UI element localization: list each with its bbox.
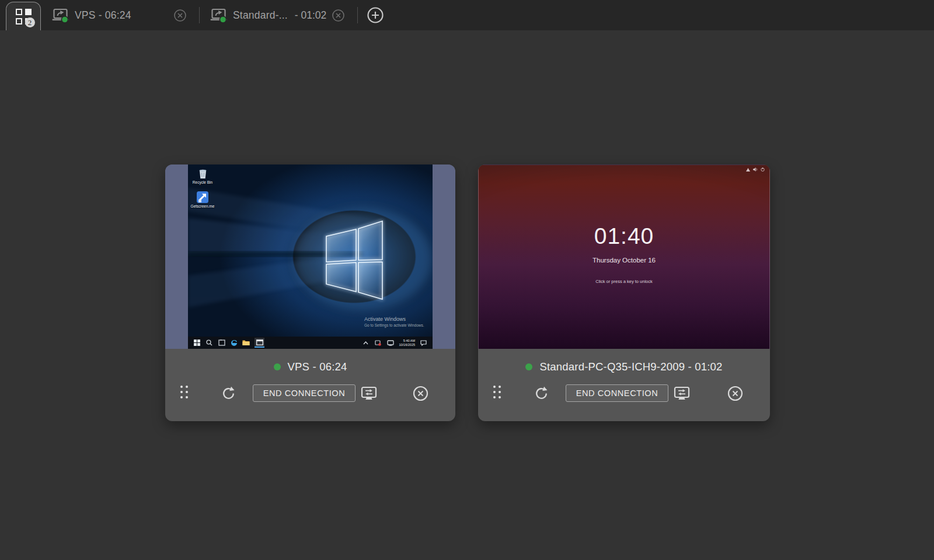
search-icon [205, 339, 213, 346]
remote-screen-icon [210, 8, 228, 23]
tray-network-icon [386, 339, 394, 346]
linux-lock-screen-thumbnail[interactable]: 01:40 Thursday October 16 Click or press… [478, 164, 770, 349]
close-tab-icon[interactable] [172, 8, 188, 23]
tab-session-duration: - 01:02 [295, 9, 326, 22]
grid-square [16, 9, 22, 15]
tab-bar: 2 VPS - 06:24 [0, 0, 934, 30]
lockscreen-clock: 01:40 [594, 223, 654, 249]
tab-label: Standard-... [233, 9, 288, 22]
thumbnail-backdrop: Recycle Bin Getscreen.me Activate Window… [165, 164, 455, 349]
start-icon [193, 339, 201, 346]
power-icon [761, 167, 765, 172]
session-title: Standard-PC-Q35-ICH9-2009 - 01:02 [539, 360, 722, 373]
drag-handle[interactable] [493, 386, 501, 398]
new-connection-button[interactable] [367, 6, 384, 24]
active-app-icon [255, 338, 264, 348]
end-connection-button[interactable]: END CONNECTION [566, 384, 668, 402]
grid-square [16, 18, 22, 24]
grid-overview-icon: 2 [16, 9, 32, 24]
refresh-icon [221, 386, 236, 401]
tab-session-vps[interactable]: VPS - 06:24 [47, 0, 194, 30]
app-window: 2 VPS - 06:24 [0, 0, 934, 30]
close-session-button[interactable] [727, 386, 743, 401]
session-card-standard-pc: 01:40 Thursday October 16 Click or press… [478, 164, 770, 421]
windows-taskbar: 5:40 AM 10/16/2025 [188, 337, 433, 349]
close-tab-icon[interactable] [330, 8, 346, 23]
edge-browser-icon [230, 339, 238, 346]
tab-overview-sessions[interactable]: 2 [6, 2, 41, 30]
display-switch-button[interactable] [360, 386, 378, 401]
tab-divider [199, 7, 200, 23]
remote-screen-icon [51, 8, 69, 23]
refresh-session-button[interactable] [221, 386, 236, 401]
file-explorer-icon [242, 339, 250, 346]
task-view-icon [218, 339, 225, 346]
session-info-panel: Standard-PC-Q35-ICH9-2009 - 01:02 END CO… [478, 349, 770, 421]
grid-square [25, 9, 32, 15]
lockscreen-tray [746, 167, 765, 172]
session-count-badge: 2 [25, 18, 35, 27]
tray-clock: 5:40 AM 10/16/2025 [399, 339, 415, 346]
lockscreen-date: Thursday October 16 [593, 257, 656, 264]
lockscreen-unlock-hint: Click or press a key to unlock [595, 279, 653, 284]
tab-label: VPS - 06:24 [75, 9, 131, 22]
plus-icon [367, 6, 384, 24]
refresh-icon [534, 386, 549, 401]
tray-notification-icon [420, 339, 427, 346]
end-connection-button[interactable]: END CONNECTION [253, 384, 356, 402]
status-online-dot [525, 363, 532, 370]
display-switch-icon [360, 386, 378, 401]
windows-desktop-thumbnail[interactable]: Recycle Bin Getscreen.me Activate Window… [188, 164, 433, 349]
tray-up-arrow-icon [362, 339, 370, 346]
close-session-button[interactable] [413, 386, 428, 401]
tab-session-standard-pc[interactable]: Standard-... - 01:02 [205, 0, 352, 30]
session-title: VPS - 06:24 [288, 360, 347, 373]
session-card-vps: Recycle Bin Getscreen.me Activate Window… [165, 164, 455, 421]
refresh-session-button[interactable] [534, 386, 549, 401]
close-circle-icon [727, 386, 743, 401]
close-circle-icon [413, 386, 428, 401]
thumbnail-backdrop: 01:40 Thursday October 16 Click or press… [478, 164, 770, 349]
volume-icon [753, 167, 758, 172]
network-icon [746, 168, 750, 172]
drag-handle[interactable] [180, 386, 188, 398]
display-switch-icon [673, 386, 691, 401]
session-info-panel: VPS - 06:24 END CONNECTION [165, 349, 455, 421]
tray-alert-icon [374, 339, 382, 346]
recycle-bin-icon: Recycle Bin [189, 168, 216, 184]
display-switch-button[interactable] [673, 386, 691, 401]
status-online-dot [274, 363, 281, 370]
getscreen-shortcut-icon: Getscreen.me [189, 191, 216, 208]
tab-divider [357, 7, 358, 23]
activate-windows-watermark: Activate Windows Go to Settings to activ… [364, 316, 424, 327]
